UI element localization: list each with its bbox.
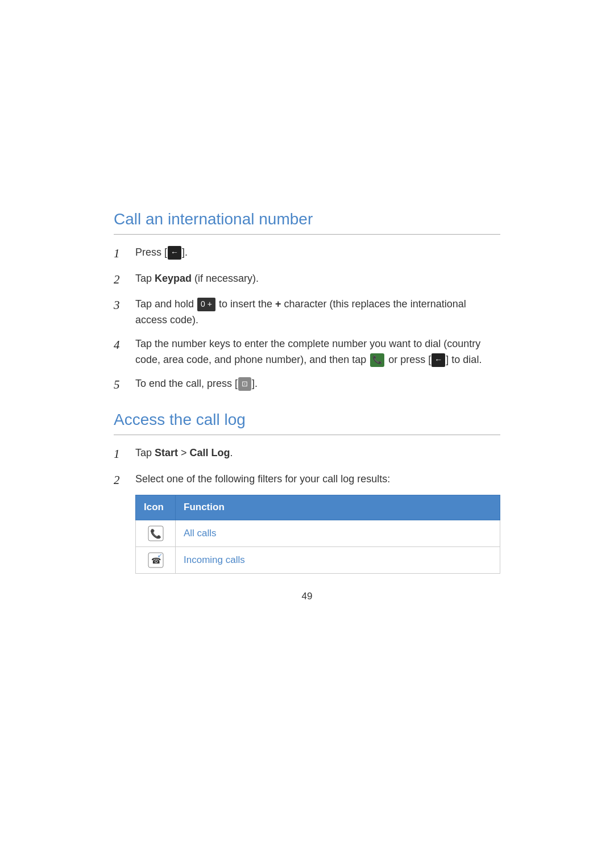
call-log-step-2: 2 Select one of the following filters fo… [114,471,500,574]
page-number: 49 [114,591,500,602]
page-content: Call an international number 1 Press [←]… [0,0,614,648]
call-log-step-1: 1 Tap Start > Call Log. [114,445,500,464]
table-cell-icon-all: 📞 [136,520,176,546]
call-log-steps-list: 1 Tap Start > Call Log. 2 Select one of … [114,445,500,574]
step-5: 5 To end the call, press [⊡]. [114,376,500,394]
step-number-4: 4 [114,336,135,354]
table-cell-function-all: All calls [176,520,500,546]
step-2: 2 Tap Keypad (if necessary). [114,271,500,289]
step-text-4: Tap the number keys to enter the complet… [135,336,500,368]
table-cell-icon-incoming: ☎ ↙ [136,546,176,573]
step-number-1: 1 [114,245,135,263]
step-number-3: 3 [114,297,135,315]
table-cell-function-incoming: Incoming calls [176,546,500,573]
call-log-step-text-2: Select one of the following filters for … [135,471,500,574]
phone-dial-icon: 📞 [370,353,384,367]
send-key-icon: ← [432,353,445,367]
section-heading-call-log: Access the call log [114,411,500,435]
call-log-step-number-1: 1 [114,445,135,464]
zero-plus-button: 0 + [197,298,215,311]
step-number-5: 5 [114,376,135,394]
table-row: ☎ ↙ Incoming calls [136,546,500,573]
step-text-5: To end the call, press [⊡]. [135,376,500,392]
incoming-calls-icon: ☎ ↙ [144,552,167,569]
step-number-2: 2 [114,271,135,289]
step-1: 1 Press [←]. [114,245,500,263]
section-call-log: Access the call log 1 Tap Start > Call L… [114,411,500,574]
end-call-key-icon: ⊡ [238,377,251,391]
section-heading-international: Call an international number [114,210,500,235]
table-header-icon: Icon [136,495,176,520]
step-text-2: Tap Keypad (if necessary). [135,271,500,287]
step-text-3: Tap and hold 0 + to insert the + charact… [135,297,500,328]
step-text-1: Press [←]. [135,245,500,261]
call-log-table: Icon Function 📞 [135,495,500,573]
all-calls-icon: 📞 [144,525,167,542]
step-4: 4 Tap the number keys to enter the compl… [114,336,500,368]
international-steps-list: 1 Press [←]. 2 Tap Keypad (if necessary)… [114,245,500,394]
step-3: 3 Tap and hold 0 + to insert the + chara… [114,297,500,328]
svg-text:↙: ↙ [157,552,162,558]
back-key-icon: ← [168,246,181,260]
table-row: 📞 All calls [136,520,500,546]
table-header-function: Function [176,495,500,520]
call-log-step-text-1: Tap Start > Call Log. [135,445,500,461]
svg-text:📞: 📞 [150,528,161,539]
section-international: Call an international number 1 Press [←]… [114,210,500,394]
call-log-step-number-2: 2 [114,471,135,490]
